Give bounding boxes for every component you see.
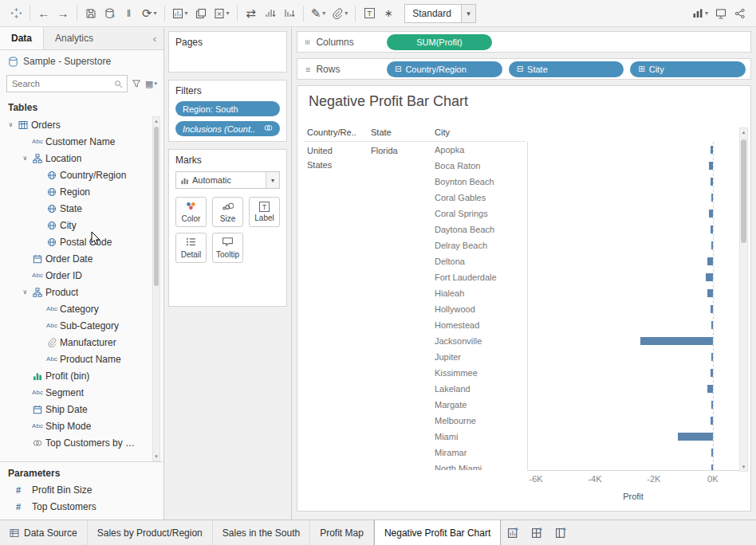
city-label-delray-beach[interactable]: Delray Beach <box>435 237 526 253</box>
chevron-down-icon[interactable]: ▾ <box>226 10 230 17</box>
field-sub-category[interactable]: AbcSub-Category <box>0 317 163 334</box>
city-label-miramar[interactable]: Miramar <box>435 445 526 461</box>
datasource-row[interactable]: Sample - Superstore <box>0 50 163 73</box>
tree-scrollbar-thumb[interactable] <box>154 127 159 286</box>
field-segment[interactable]: AbcSegment <box>0 384 163 401</box>
presentation-mode-icon[interactable] <box>711 3 730 24</box>
sort-ascending-icon[interactable] <box>261 3 280 24</box>
show-cards-icon[interactable]: ▾ <box>689 3 711 24</box>
city-label-hialeah[interactable]: Hialeah <box>435 285 526 301</box>
profit-bar-melbourne[interactable] <box>711 417 713 425</box>
marks-color-button[interactable]: Color <box>175 197 207 227</box>
tableau-logo-icon[interactable] <box>6 3 26 24</box>
city-label-jupiter[interactable]: Jupiter <box>435 349 526 365</box>
country-row-label[interactable]: United States <box>307 143 356 172</box>
field-ship-mode[interactable]: AbcShip Mode <box>0 418 163 434</box>
sort-descending-icon[interactable] <box>280 3 299 24</box>
tree-scrollbar[interactable]: ▲ ▼ <box>152 116 160 461</box>
refresh-icon[interactable]: ⟳▾ <box>139 3 160 24</box>
tab-sales-by-product-region[interactable]: Sales by Product/Region <box>88 520 213 545</box>
city-label-deltona[interactable]: Deltona <box>435 253 526 269</box>
city-label-homestead[interactable]: Homestead <box>435 317 526 333</box>
field-top-customers-by[interactable]: Top Customers by … <box>0 434 163 451</box>
tab-negative-profit-bar-chart[interactable]: Negative Profit Bar Chart <box>374 520 501 545</box>
marks-tooltip-button[interactable]: Tooltip <box>212 233 243 263</box>
pause-updates-icon[interactable]: ‖ <box>120 3 139 24</box>
chevron-down-icon[interactable]: ▾ <box>461 5 475 22</box>
profit-bar-boynton-beach[interactable] <box>711 178 713 186</box>
profit-bar-jacksonville[interactable] <box>640 337 713 345</box>
scroll-up-icon[interactable]: ▲ <box>153 117 159 125</box>
marks-detail-button[interactable]: Detail <box>175 233 207 263</box>
collapse-hierarchy-icon[interactable]: ⊟ <box>517 65 523 73</box>
scroll-down-icon[interactable]: ▼ <box>153 453 159 461</box>
field-ship-date[interactable]: Ship Date <box>0 401 163 418</box>
expand-hierarchy-icon[interactable]: ⊞ <box>638 65 644 73</box>
chevron-down-icon[interactable]: ∨ <box>21 155 30 162</box>
new-worksheet-button[interactable] <box>501 520 525 545</box>
viz-scrollbar-thumb[interactable] <box>741 139 746 243</box>
profit-bar-coral-springs[interactable] <box>709 210 712 218</box>
column-header-state[interactable]: State <box>371 127 392 137</box>
mark-type-dropdown[interactable]: Automatic ▾ <box>175 171 280 189</box>
field-location[interactable]: ∨Location <box>0 150 163 167</box>
field-product[interactable]: ∨Product <box>0 284 163 300</box>
field-profit-bin[interactable]: Profit (bin) <box>0 367 163 384</box>
parameter-profit-bin-size[interactable]: #Profit Bin Size <box>0 481 163 498</box>
save-icon[interactable] <box>81 3 100 24</box>
city-label-fort-lauderdale[interactable]: Fort Lauderdale <box>435 269 526 285</box>
city-label-margate[interactable]: Margate <box>435 397 526 413</box>
scroll-down-icon[interactable]: ▼ <box>740 463 747 471</box>
profit-bar-margate[interactable] <box>711 401 713 409</box>
city-label-coral-springs[interactable]: Coral Springs <box>435 206 526 222</box>
highlight-icon[interactable]: ✎▾ <box>308 3 329 24</box>
state-row-label[interactable]: Florida <box>371 143 398 158</box>
field-orders[interactable]: ∨Orders <box>0 116 163 133</box>
marks-card[interactable]: Marks Automatic ▾ ColorSizeTLabelDetailT… <box>168 149 287 307</box>
chevron-down-icon[interactable]: ▾ <box>345 10 348 17</box>
collapse-hierarchy-icon[interactable]: ⊟ <box>395 65 401 73</box>
marks-size-button[interactable]: Size <box>212 197 243 227</box>
profit-bar-fort-lauderdale[interactable] <box>706 273 712 281</box>
tab-sales-in-the-south[interactable]: Sales in the South <box>213 520 310 545</box>
profit-bar-boca-raton[interactable] <box>709 162 712 170</box>
undo-icon[interactable]: ← <box>34 3 53 24</box>
profit-bar-miramar[interactable] <box>711 449 713 457</box>
tab-profit-map[interactable]: Profit Map <box>310 520 374 545</box>
filter-pill-inclusions-count[interactable]: Inclusions (Count.. <box>175 121 280 136</box>
filter-fields-icon[interactable] <box>132 79 141 88</box>
view-options-icon[interactable]: ▦▾ <box>145 79 157 89</box>
filter-pill-region-south[interactable]: Region: South <box>175 101 280 116</box>
city-label-coral-gables[interactable]: Coral Gables <box>435 190 526 206</box>
city-label-apopka[interactable]: Apopka <box>435 142 526 158</box>
field-order-id[interactable]: AbcOrder ID <box>0 267 163 284</box>
pages-card[interactable]: Pages <box>168 31 287 73</box>
chevron-down-icon[interactable]: ▾ <box>322 10 325 17</box>
chevron-down-icon[interactable]: ∨ <box>6 121 15 128</box>
show-labels-icon[interactable]: T <box>360 3 379 24</box>
chevron-down-icon[interactable]: ▾ <box>705 10 708 17</box>
clear-sheet-icon[interactable]: ▾ <box>211 3 233 24</box>
profit-bar-delray-beach[interactable] <box>711 241 713 249</box>
new-worksheet-icon[interactable]: ▾ <box>169 3 191 24</box>
profit-bar-deltona[interactable] <box>707 257 713 265</box>
profit-bar-kissimmee[interactable] <box>711 369 713 377</box>
rows-shelf[interactable]: ≡ Rows ⊟Country/Region⊟State⊞City <box>297 58 751 80</box>
share-icon[interactable] <box>730 3 750 24</box>
field-state[interactable]: State <box>0 200 163 217</box>
filters-card[interactable]: Filters Region: SouthInclusions (Count.. <box>168 80 287 142</box>
profit-bar-miami[interactable] <box>678 433 713 441</box>
parameter-top-customers[interactable]: #Top Customers <box>0 498 163 515</box>
pill-city[interactable]: ⊞City <box>630 61 746 77</box>
profit-bar-hollywood[interactable] <box>711 305 713 313</box>
chevron-down-icon[interactable]: ▾ <box>185 10 188 17</box>
pill-country-region[interactable]: ⊟Country/Region <box>387 61 502 77</box>
field-category[interactable]: AbcCategory <box>0 300 163 317</box>
city-label-lakeland[interactable]: Lakeland <box>435 381 526 397</box>
field-region[interactable]: Region <box>0 183 163 200</box>
tab-analytics[interactable]: Analytics <box>44 27 104 49</box>
pill-state[interactable]: ⊟State <box>509 61 624 77</box>
profit-bar-jupiter[interactable] <box>711 353 713 361</box>
city-label-miami[interactable]: Miami <box>435 429 526 445</box>
marks-label-button[interactable]: TLabel <box>249 197 280 227</box>
